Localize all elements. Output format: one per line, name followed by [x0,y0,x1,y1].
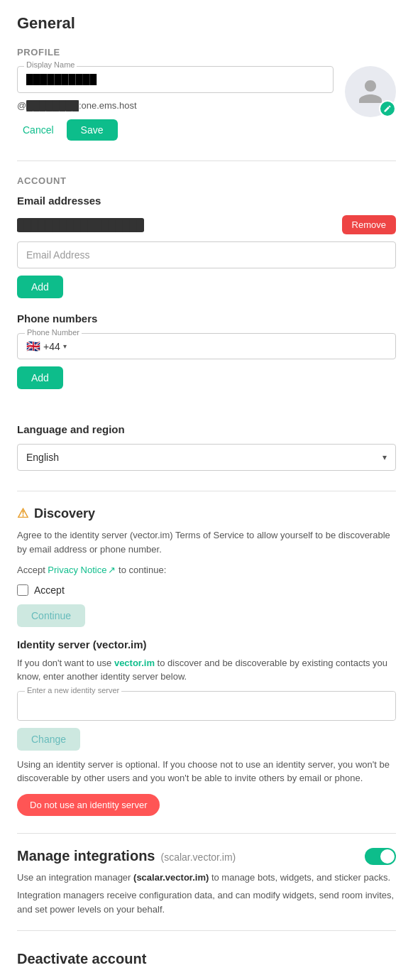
integrations-desc-2: Integration managers receive configurati… [17,888,396,916]
add-email-button[interactable]: Add [17,276,63,298]
deactivate-section: Deactivate account Account management De… [17,951,396,980]
display-name-label: Display Name [24,60,77,69]
integrations-header: Manage integrations (scalar.vector.im) [17,848,396,865]
discovery-accept-text: Accept Privacy Notice ↗ to continue: [17,563,396,577]
toggle-thumb [380,849,395,864]
phone-section-title: Phone numbers [17,312,396,325]
phone-code: +44 [43,341,60,352]
privacy-notice-link[interactable]: Privacy Notice ↗ [48,563,116,577]
identity-optional-text: Using an identity server is optional. If… [17,758,396,785]
continue-button[interactable]: Continue [17,604,85,627]
page-title: General [17,14,396,33]
phone-number-input[interactable] [72,341,387,352]
account-section: Account Email addresses ████████████████… [17,175,396,403]
integrations-desc-1: Use an integration manager (scalar.vecto… [17,871,396,885]
edit-icon [383,104,392,113]
email-section-title: Email addresses [17,195,396,207]
phone-flag: 🇬🇧 [26,339,40,353]
phone-label: Phone Number [25,328,82,337]
discovery-description: Agree to the identity server (vector.im)… [17,528,396,556]
add-phone-button[interactable]: Add [17,366,63,389]
integrations-title: Manage integrations [17,848,155,864]
divider-4 [17,930,396,931]
avatar-wrapper [345,66,396,117]
accept-checkbox[interactable] [17,584,28,596]
integrations-toggle[interactable] [365,848,396,865]
save-button[interactable]: Save [67,119,118,141]
profile-actions: Cancel Save [17,119,334,141]
avatar-edit-button[interactable] [379,100,396,117]
profile-label: Profile [17,47,396,58]
account-label: Account [17,175,396,186]
integrations-title-group: Manage integrations (scalar.vector.im) [17,848,236,864]
chevron-down-icon: ▾ [382,452,387,462]
external-link-icon: ↗ [108,563,116,577]
discovery-section: ⚠ Discovery Agree to the identity server… [17,506,396,816]
language-select[interactable]: English ▾ [17,444,396,471]
identity-description: If you don't want to use vector.im to di… [17,656,396,684]
divider-3 [17,833,396,834]
username-text: @████████:one.ems.host [17,100,334,111]
language-title: Language and region [17,423,396,435]
display-name-group: Display Name [17,66,334,93]
divider-2 [17,491,396,491]
remove-email-button[interactable]: Remove [342,215,396,234]
warning-icon: ⚠ [17,506,28,521]
deactivate-sub-title: Account management [17,977,396,980]
cancel-button[interactable]: Cancel [17,120,60,140]
identity-server-title: Identity server (vector.im) [17,638,396,650]
divider-1 [17,160,396,161]
language-selected: English [26,452,59,463]
integrations-subtitle: (scalar.vector.im) [160,851,236,863]
email-address-input-placeholder[interactable]: Email Address [17,241,396,268]
profile-form: Display Name @████████:one.ems.host Canc… [17,66,334,141]
phone-input-group: Phone Number 🇬🇧 +44 ▾ [17,333,396,359]
avatar-icon [356,77,385,106]
discovery-title: ⚠ Discovery [17,506,396,521]
accept-row: Accept [17,584,396,596]
no-identity-button[interactable]: Do not use an identity server [17,794,160,816]
deactivate-title: Deactivate account [17,951,396,967]
display-name-input[interactable] [17,66,334,93]
language-section: Language and region English ▾ [17,423,396,471]
change-identity-button[interactable]: Change [17,728,80,751]
profile-section: Profile Display Name @████████:one.ems.h… [17,47,396,141]
phone-dropdown-icon[interactable]: ▾ [63,342,67,350]
email-item: ██████████████████ Remove [17,215,396,234]
identity-input-label: Enter a new identity server [25,686,121,695]
identity-input-group: Enter a new identity server [17,691,396,721]
email-address: ██████████████████ [17,218,144,232]
identity-server-input[interactable] [18,692,395,720]
integrations-section: Manage integrations (scalar.vector.im) U… [17,848,396,917]
accept-label: Accept [34,584,65,596]
